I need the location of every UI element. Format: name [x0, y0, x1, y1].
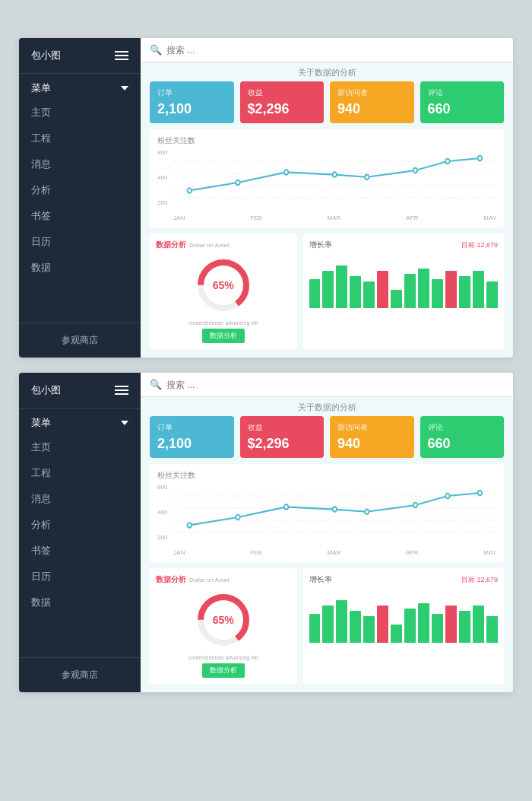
stat-label: 收益 — [248, 87, 317, 98]
bar-item — [322, 590, 334, 643]
stat-card-blue: 订单 2,100 — [150, 416, 234, 458]
donut-header: 数据分析 Dollar on Amet — [156, 240, 291, 250]
bar-item — [377, 255, 388, 308]
x-label: MAY — [483, 549, 496, 556]
bar-item — [350, 590, 361, 643]
sidebar-item-数据[interactable]: 数据 — [19, 590, 141, 615]
sidebar-item-工程[interactable]: 工程 — [19, 460, 141, 486]
stat-value: 940 — [337, 436, 407, 452]
x-label: JAN — [173, 215, 185, 221]
svg-point-11 — [478, 156, 483, 161]
y-label: 400 — [157, 174, 167, 181]
stat-value: 660 — [428, 101, 497, 117]
stat-label: 新访问者 — [337, 87, 407, 98]
svg-point-22 — [365, 510, 369, 514]
bar-card: 增长率 目标 12,679 — [303, 234, 505, 349]
sidebar-item-分析[interactable]: 分析 — [19, 177, 141, 203]
stat-label: 评论 — [428, 87, 497, 98]
sidebar-item-工程[interactable]: 工程 — [19, 126, 141, 151]
bar-item — [391, 255, 402, 308]
sidebar-item-数据[interactable]: 数据 — [19, 255, 141, 281]
y-label: 400 — [157, 509, 167, 516]
search-bar: 🔍 — [141, 373, 513, 397]
main-content: 🔍 关于数据的分析 订单 2,100 收益 $2,296 新访问者 940 评论… — [141, 373, 513, 692]
bar-item — [350, 255, 361, 308]
sidebar-item-主页[interactable]: 主页 — [19, 434, 141, 460]
sidebar-menu-label: 菜单 — [31, 416, 51, 430]
sidebar-item-日历[interactable]: 日历 — [19, 564, 141, 590]
line-chart-section: 粉丝关注数 800400200 JANFEBMARAPRMAY — [150, 129, 504, 227]
bar-item — [309, 255, 321, 308]
donut-percent: 65% — [213, 614, 234, 626]
search-bar: 🔍 — [141, 38, 513, 62]
bar-card-header: 增长率 目标 12,679 — [309, 574, 499, 585]
stat-value: 2,100 — [157, 101, 226, 117]
x-label: APR — [406, 549, 418, 556]
stat-label: 订单 — [157, 422, 226, 433]
chevron-down-icon[interactable] — [121, 421, 128, 425]
x-label: FEB — [250, 549, 262, 556]
stat-value: 660 — [428, 436, 497, 452]
svg-point-8 — [365, 175, 369, 180]
chevron-down-icon[interactable] — [121, 86, 128, 91]
sidebar-item-书签[interactable]: 书签 — [19, 203, 141, 229]
stats-row: 订单 2,100 收益 $2,296 新访问者 940 评论 660 — [141, 81, 513, 129]
sidebar-item-书签[interactable]: 书签 — [19, 538, 141, 564]
bar-item — [486, 590, 498, 643]
hamburger-icon[interactable] — [115, 51, 128, 60]
sidebar-header: 包小图 — [19, 38, 141, 74]
svg-point-7 — [333, 172, 337, 176]
donut-button[interactable]: 数据分析 — [202, 663, 245, 678]
y-label: 200 — [157, 199, 167, 206]
sidebar-nav: 主页工程消息分析书签日历数据 — [19, 100, 141, 323]
svg-point-24 — [446, 494, 451, 498]
bar-chart-title: 增长率 — [309, 574, 332, 585]
sidebar-item-日历[interactable]: 日历 — [19, 229, 141, 255]
stat-value: 2,100 — [157, 436, 226, 452]
stat-card-red: 收益 $2,296 — [240, 81, 325, 123]
svg-point-4 — [188, 188, 192, 192]
sidebar-item-消息[interactable]: 消息 — [19, 151, 141, 177]
svg-point-21 — [333, 507, 337, 511]
donut-footer-text: contentinterser advancing elit — [188, 655, 258, 660]
donut-wrap: 65% — [193, 255, 254, 316]
bar-item — [432, 255, 443, 308]
stat-label: 新访问者 — [337, 422, 407, 433]
bar-item — [363, 255, 375, 308]
search-input[interactable] — [166, 380, 504, 390]
bar-item — [391, 590, 402, 643]
sidebar-menu-header: 菜单 — [19, 408, 141, 434]
search-input[interactable] — [166, 45, 504, 56]
sidebar-footer[interactable]: 参观商店 — [19, 323, 141, 358]
sidebar-menu-label: 菜单 — [31, 81, 51, 95]
sidebar-item-分析[interactable]: 分析 — [19, 512, 141, 538]
svg-point-19 — [236, 515, 241, 520]
donut-button[interactable]: 数据分析 — [202, 329, 245, 343]
main-content: 🔍 关于数据的分析 订单 2,100 收益 $2,296 新访问者 940 评论… — [141, 38, 513, 358]
line-chart-section: 粉丝关注数 800400200 JANFEBMARAPRMAY — [150, 464, 504, 562]
sidebar-item-主页[interactable]: 主页 — [19, 100, 141, 126]
y-label: 800 — [157, 149, 167, 156]
sidebar-nav: 主页工程消息分析书签日历数据 — [19, 434, 141, 657]
line-chart-svg — [173, 484, 496, 545]
sidebar-logo: 包小图 — [31, 49, 61, 62]
donut-sublabel: Dollar on Amet — [189, 242, 229, 249]
stats-section-title: 关于数据的分析 — [141, 62, 513, 81]
svg-point-9 — [413, 168, 418, 173]
bar-item — [336, 255, 347, 308]
donut-card: 数据分析 Dollar on Amet 65% contentinterser … — [150, 234, 297, 349]
hamburger-icon[interactable] — [115, 386, 128, 395]
svg-point-25 — [478, 491, 483, 495]
stat-card-blue: 订单 2,100 — [150, 81, 234, 123]
stat-card-yellow: 新访问者 940 — [330, 81, 414, 123]
bar-chart-target: 目标 12,679 — [461, 240, 498, 250]
stat-label: 收益 — [248, 422, 317, 433]
donut-label: 数据分析 — [156, 240, 186, 250]
svg-point-6 — [284, 170, 289, 174]
sidebar: 包小图 菜单 主页工程消息分析书签日历数据参观商店 — [19, 373, 141, 692]
bar-item — [404, 255, 416, 308]
bar-item — [445, 255, 457, 308]
sidebar-footer[interactable]: 参观商店 — [19, 657, 141, 692]
bar-item — [404, 590, 416, 643]
sidebar-item-消息[interactable]: 消息 — [19, 486, 141, 512]
